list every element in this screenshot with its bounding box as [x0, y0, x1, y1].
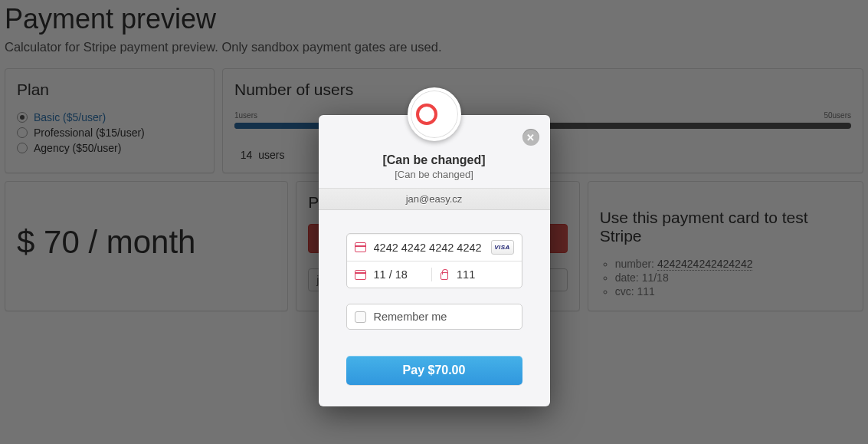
- checkbox-icon[interactable]: [355, 311, 366, 323]
- card-icon: [355, 242, 366, 252]
- remember-me-label: Remember me: [374, 311, 447, 323]
- pay-button[interactable]: Pay $70.00: [346, 356, 522, 385]
- lock-icon: [440, 270, 449, 280]
- visa-badge-icon: VISA: [491, 240, 514, 255]
- modal-overlay: ✕ [Can be changed] [Can be changed] jan@…: [0, 0, 868, 444]
- card-cvc-input[interactable]: [455, 268, 514, 281]
- card-expiry-input[interactable]: [372, 268, 429, 281]
- card-number-input[interactable]: [372, 241, 491, 255]
- close-icon[interactable]: ✕: [522, 129, 539, 146]
- modal-title: [Can be changed]: [331, 153, 538, 167]
- merchant-logo-icon: [408, 87, 461, 141]
- card-fields: VISA: [346, 233, 522, 288]
- calendar-icon: [355, 270, 366, 280]
- checkout-modal: ✕ [Can be changed] [Can be changed] jan@…: [319, 115, 550, 406]
- modal-email-bar: jan@easy.cz: [319, 188, 550, 210]
- modal-subtitle: [Can be changed]: [331, 169, 538, 180]
- remember-me-row[interactable]: Remember me: [346, 304, 522, 330]
